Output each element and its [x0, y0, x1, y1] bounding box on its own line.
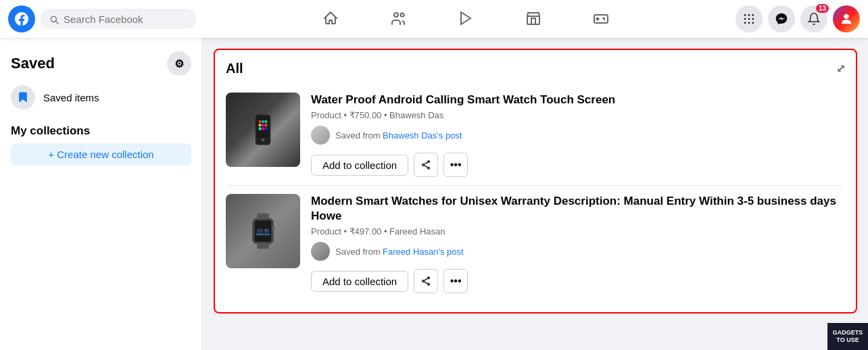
more-options-button-1[interactable]: •••: [443, 153, 468, 177]
item-2-content: Modern Smart Watches for Unisex Warranty…: [311, 194, 845, 293]
more-options-button-2[interactable]: •••: [443, 269, 468, 293]
svg-point-20: [258, 124, 262, 127]
nav-marketplace-button[interactable]: [500, 3, 567, 35]
svg-point-38: [428, 277, 430, 279]
svg-point-19: [264, 120, 268, 124]
watermark: GADGETSTO USE: [827, 323, 868, 350]
item-2-image: 22:30: [226, 194, 300, 268]
svg-point-13: [844, 14, 848, 19]
item-2-meta: Product • ₹497.00 • Fareed Hasan: [311, 226, 845, 236]
item-2-author-avatar: [311, 242, 330, 261]
svg-point-28: [428, 167, 430, 169]
notifications-button[interactable]: 13: [800, 5, 827, 32]
nav-home-button[interactable]: [297, 3, 364, 35]
svg-text:22:30: 22:30: [257, 228, 269, 233]
main-layout: Saved ⚙ Saved items My collections + Cre…: [0, 38, 868, 350]
svg-point-9: [752, 18, 754, 20]
my-collections-heading: My collections: [5, 116, 197, 141]
saved-title: Saved: [11, 55, 55, 72]
svg-point-11: [748, 22, 750, 24]
svg-point-10: [744, 22, 746, 24]
item-2-title: Modern Smart Watches for Unisex Warranty…: [311, 194, 845, 224]
create-collection-button[interactable]: + Create new collection: [11, 143, 191, 166]
add-to-collection-button-1[interactable]: Add to collection: [311, 155, 408, 176]
watermark-text: GADGETSTO USE: [833, 329, 863, 344]
svg-point-7: [744, 18, 746, 20]
item-1-saved-from: Saved from Bhawesh Das's post: [311, 126, 845, 145]
search-bar[interactable]: [41, 9, 196, 29]
svg-point-4: [744, 14, 746, 16]
apps-button[interactable]: [736, 5, 763, 32]
item-1-author-avatar: [311, 126, 330, 145]
svg-point-22: [264, 124, 268, 127]
share-button-1[interactable]: [414, 153, 438, 177]
svg-point-6: [752, 14, 754, 16]
svg-point-25: [264, 127, 268, 130]
item-1-image: [226, 93, 300, 167]
topnav-center: [196, 3, 736, 35]
item-1-content: Water Proof Android Calling Smart Watch …: [311, 93, 845, 177]
svg-rect-37: [272, 226, 275, 231]
svg-point-26: [428, 161, 430, 163]
user-avatar[interactable]: [833, 5, 860, 32]
svg-line-41: [425, 282, 428, 284]
facebook-logo[interactable]: [8, 5, 35, 32]
item-2-actions: Add to collection •••: [311, 269, 845, 293]
svg-point-17: [258, 120, 262, 124]
svg-point-5: [748, 14, 750, 16]
svg-point-23: [258, 127, 262, 130]
svg-line-29: [425, 166, 428, 168]
saved-from-label-1: Saved from: [335, 130, 380, 141]
add-to-collection-button-2[interactable]: Add to collection: [311, 271, 408, 292]
svg-line-30: [425, 162, 428, 164]
item-2-saved-from-text: Saved from Fareed Hasan's post: [335, 247, 464, 257]
svg-rect-33: [257, 214, 269, 220]
item-2-post-link[interactable]: Fareed Hasan's post: [383, 247, 464, 257]
saved-items-icon: [11, 85, 35, 109]
item-1-title: Water Proof Android Calling Smart Watch …: [311, 93, 845, 107]
all-section-card: All ⤢: [214, 49, 857, 314]
sidebar-title: Saved ⚙: [5, 46, 197, 78]
svg-rect-34: [257, 243, 269, 249]
create-collection-label: + Create new collection: [48, 149, 153, 160]
sidebar-item-saved[interactable]: Saved items: [5, 80, 197, 115]
main-content: All ⤢: [203, 38, 868, 350]
svg-point-1: [401, 13, 404, 16]
svg-point-40: [428, 284, 430, 286]
share-button-2[interactable]: [414, 269, 438, 293]
top-navigation: 13: [0, 0, 868, 38]
all-section-header: All ⤢: [226, 61, 845, 76]
nav-watch-button[interactable]: [432, 3, 500, 35]
saved-item: Water Proof Android Calling Smart Watch …: [226, 84, 845, 185]
svg-rect-36: [256, 234, 270, 236]
item-1-post-link[interactable]: Bhawesh Das's post: [383, 130, 462, 141]
search-icon: [49, 13, 59, 25]
nav-gaming-button[interactable]: [567, 3, 635, 35]
item-1-saved-from-text: Saved from Bhawesh Das's post: [335, 130, 462, 141]
svg-line-42: [425, 279, 428, 281]
section-all-label: All: [226, 61, 243, 76]
svg-point-27: [423, 164, 425, 166]
svg-point-24: [262, 127, 265, 130]
svg-point-39: [423, 280, 425, 282]
topnav-left: [8, 5, 196, 32]
svg-marker-2: [461, 12, 471, 24]
messenger-button[interactable]: [768, 5, 795, 32]
item-1-meta: Product • ₹750.00 • Bhawesh Das: [311, 110, 845, 120]
more-dots-1: •••: [450, 159, 462, 171]
section-options-icon[interactable]: ⤢: [836, 62, 845, 75]
more-dots-2: •••: [450, 275, 462, 287]
svg-point-12: [752, 22, 754, 24]
sidebar: Saved ⚙ Saved items My collections + Cre…: [0, 38, 203, 350]
svg-point-8: [748, 18, 750, 20]
svg-point-21: [262, 124, 265, 127]
saved-items-label: Saved items: [43, 92, 99, 103]
item-2-saved-from: Saved from Fareed Hasan's post: [311, 242, 845, 261]
settings-button[interactable]: ⚙: [167, 51, 191, 76]
item-1-actions: Add to collection •••: [311, 153, 845, 177]
search-input[interactable]: [64, 14, 188, 25]
notification-count: 13: [816, 4, 829, 13]
svg-point-0: [394, 13, 398, 17]
svg-point-18: [262, 120, 265, 124]
nav-friends-button[interactable]: [364, 3, 432, 35]
